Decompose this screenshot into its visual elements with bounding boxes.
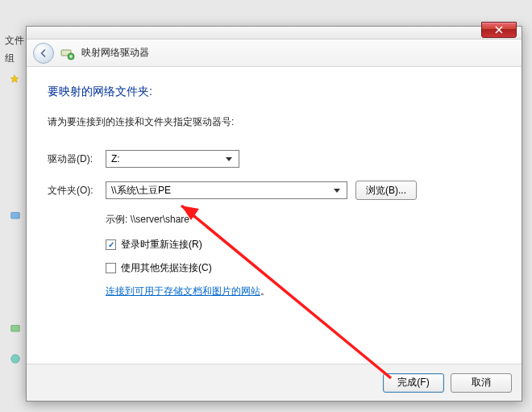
drive-value: Z: bbox=[111, 153, 120, 164]
reconnect-label: 登录时重新连接(R) bbox=[121, 238, 202, 252]
close-button[interactable] bbox=[481, 22, 517, 38]
reconnect-checkbox[interactable] bbox=[106, 239, 116, 250]
other-creds-label: 使用其他凭据连接(C) bbox=[121, 261, 212, 275]
window-title: 映射网络驱动器 bbox=[81, 46, 149, 60]
cancel-label: 取消 bbox=[472, 376, 491, 389]
map-network-drive-dialog: 映射网络驱动器 要映射的网络文件夹: 请为要连接到的连接和文件夹指定驱动器号: … bbox=[26, 26, 522, 402]
cancel-button[interactable]: 取消 bbox=[451, 373, 512, 393]
browse-label: 浏览(B)... bbox=[366, 184, 406, 198]
browse-button[interactable]: 浏览(B)... bbox=[355, 181, 417, 200]
svg-rect-1 bbox=[11, 326, 20, 332]
drive-select[interactable]: Z: bbox=[106, 150, 239, 168]
background-text: 文件 bbox=[5, 34, 24, 48]
dialog-heading: 要映射的网络文件夹: bbox=[48, 85, 501, 99]
dialog-footer: 完成(F) 取消 bbox=[27, 364, 522, 401]
titlebar bbox=[27, 27, 522, 40]
back-button[interactable] bbox=[33, 43, 54, 64]
chevron-down-icon bbox=[222, 152, 235, 165]
website-link-row: 连接到可用于存储文档和图片的网站。 bbox=[106, 285, 501, 298]
svg-point-2 bbox=[11, 355, 20, 364]
drive-label: 驱动器(D): bbox=[48, 152, 106, 166]
close-icon bbox=[495, 26, 503, 34]
finish-button[interactable]: 完成(F) bbox=[383, 373, 444, 393]
background-text: 组 bbox=[5, 52, 15, 65]
folder-combobox[interactable]: \\系统\土豆PE bbox=[106, 181, 347, 199]
arrow-left-icon bbox=[39, 48, 48, 58]
dialog-instruction: 请为要连接到的连接和文件夹指定驱动器号: bbox=[48, 115, 501, 129]
folder-label: 文件夹(O): bbox=[48, 184, 106, 198]
chevron-down-icon bbox=[330, 184, 343, 197]
annotation-arrow bbox=[77, 167, 447, 393]
folder-value: \\系统\土豆PE bbox=[111, 184, 171, 198]
folder-row: 文件夹(O): \\系统\土豆PE 浏览(B)... bbox=[48, 181, 501, 200]
finish-label: 完成(F) bbox=[397, 376, 429, 389]
reconnect-row: 登录时重新连接(R) bbox=[106, 238, 501, 252]
svg-rect-0 bbox=[11, 213, 20, 219]
folder-icon bbox=[10, 323, 21, 334]
folder-icon bbox=[10, 210, 21, 221]
other-creds-checkbox[interactable] bbox=[106, 263, 116, 273]
example-text: 示例: \\server\share bbox=[106, 213, 501, 227]
wizard-header: 映射网络驱动器 bbox=[27, 40, 522, 67]
drive-row: 驱动器(D): Z: bbox=[48, 150, 501, 168]
globe-icon bbox=[10, 353, 21, 364]
period: 。 bbox=[260, 285, 270, 297]
other-creds-row: 使用其他凭据连接(C) bbox=[106, 261, 501, 275]
star-icon bbox=[10, 74, 19, 84]
dialog-content: 要映射的网络文件夹: 请为要连接到的连接和文件夹指定驱动器号: 驱动器(D): … bbox=[27, 67, 522, 364]
website-link[interactable]: 连接到可用于存储文档和图片的网站 bbox=[106, 285, 260, 297]
drive-network-icon bbox=[60, 46, 75, 60]
